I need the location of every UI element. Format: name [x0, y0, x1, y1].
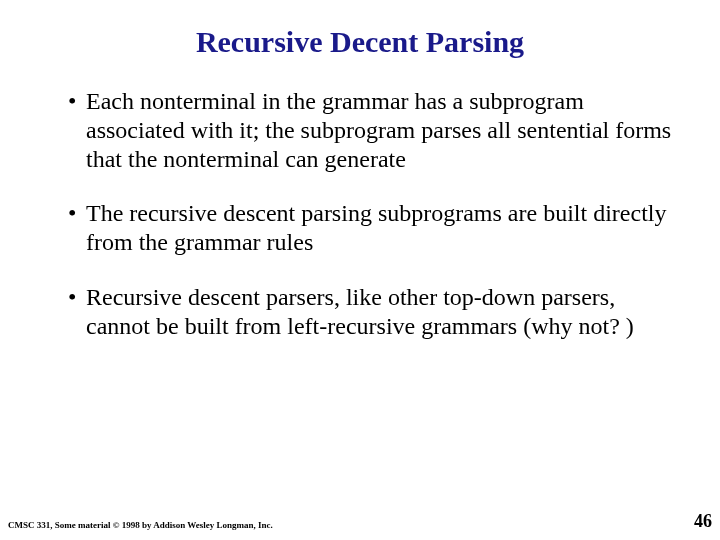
page-number: 46 [694, 511, 712, 532]
footer-copyright: CMSC 331, Some material © 1998 by Addiso… [8, 520, 273, 530]
bullet-item: The recursive descent parsing subprogram… [68, 199, 680, 257]
slide-container: Recursive Decent Parsing Each nontermina… [0, 0, 720, 540]
bullet-list: Each nonterminal in the grammar has a su… [40, 87, 680, 341]
bullet-item: Each nonterminal in the grammar has a su… [68, 87, 680, 173]
bullet-item: Recursive descent parsers, like other to… [68, 283, 680, 341]
slide-title: Recursive Decent Parsing [40, 25, 680, 59]
